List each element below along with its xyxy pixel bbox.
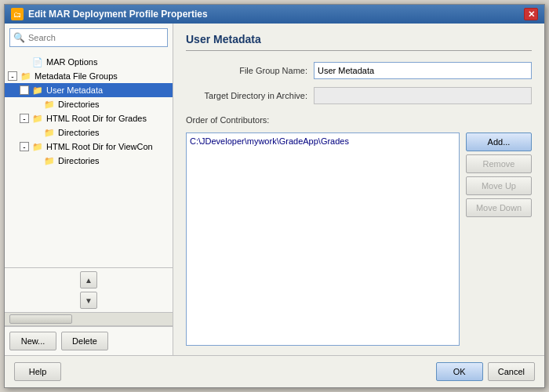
footer: Help OK Cancel [5,355,544,387]
window-title: Edit MAR Deployment Profile Properties [28,9,208,20]
scrollbar-thumb[interactable] [9,314,72,324]
tree-label-metadata: Metadata File Groups [35,71,118,81]
cancel-button[interactable]: Cancel [488,362,535,381]
tree-expand-html-root-grades[interactable]: - [20,114,29,123]
tree-container: 📄 MAR Options - 📁 Metadata File Groups -… [5,52,173,267]
main-window: 🗂 Edit MAR Deployment Profile Properties… [4,4,545,388]
target-directory-input[interactable] [314,87,532,104]
tree-item-html-root-grades[interactable]: - 📁 HTML Root Dir for Grades [5,111,173,125]
tree-label-directories-3: Directories [58,156,100,165]
scroll-buttons: ▲ ▼ [5,267,173,312]
search-box: 🔍 [9,28,168,47]
add-button[interactable]: Add... [466,132,532,151]
search-icon: 🔍 [13,32,25,43]
delete-button[interactable]: Delete [61,332,108,350]
remove-button[interactable]: Remove [466,154,532,173]
tree-icon-html-root-grades: 📁 [31,113,44,124]
tree-icon-directories-2: 📁 [43,127,56,138]
tree-item-directories-3[interactable]: 📁 Directories [5,154,173,168]
tree-bottom-buttons: New... Delete [5,326,173,355]
tree-icon-directories-3: 📁 [43,155,56,166]
contributor-entry-0: C:\JDeveloper\mywork\GradeApp\Grades [190,136,456,146]
ok-button[interactable]: OK [436,362,483,381]
help-button[interactable]: Help [14,362,61,381]
tree-expand-metadata[interactable]: - [8,71,17,81]
tree-item-directories-2[interactable]: 📁 Directories [5,125,173,140]
tree-label-directories-1: Directories [58,100,100,109]
tree-icon-mar-options: 📄 [31,56,44,67]
panel-title: User Metadata [186,33,532,51]
title-bar-left: 🗂 Edit MAR Deployment Profile Properties [11,8,208,20]
move-down-button[interactable]: Move Down [466,198,532,217]
tree-label-html-root-grades: HTML Root Dir for Grades [46,114,147,123]
right-panel: User Metadata File Group Name: Target Di… [173,24,544,355]
tree-icon-directories-1: 📁 [43,99,56,110]
scroll-up-button[interactable]: ▲ [80,271,97,289]
tree-expand-user-metadata[interactable]: - [20,85,29,95]
tree-expand-html-root-viewcon[interactable]: - [20,142,29,151]
tree-icon-html-root-viewcon: 📁 [31,141,44,152]
left-panel: 🔍 📄 MAR Options - 📁 Metadata File Groups [5,24,173,355]
move-up-button[interactable]: Move Up [466,176,532,195]
new-button[interactable]: New... [9,332,56,350]
tree-item-metadata-file-groups[interactable]: - 📁 Metadata File Groups [5,69,173,83]
tree-label-mar-options: MAR Options [46,57,97,67]
title-bar: 🗂 Edit MAR Deployment Profile Properties… [5,5,544,24]
file-group-name-input[interactable] [314,62,532,79]
contributors-list[interactable]: C:\JDeveloper\mywork\GradeApp\Grades [186,132,460,346]
tree-label-directories-2: Directories [58,128,100,137]
file-group-name-label: File Group Name: [186,66,307,75]
tree-item-html-root-viewcon[interactable]: - 📁 HTML Root Dir for ViewCon [5,140,173,154]
close-button[interactable]: ✕ [524,8,538,20]
tree-item-user-metadata[interactable]: - 📁 User Metadata [5,83,173,97]
target-directory-label: Target Directory in Archive: [186,91,307,100]
horizontal-scrollbar[interactable] [5,312,173,326]
tree-label-html-root-viewcon: HTML Root Dir for ViewCon [46,142,153,151]
tree-icon-metadata: 📁 [20,71,32,82]
window-icon: 🗂 [11,8,24,20]
tree-label-user-metadata: User Metadata [46,85,103,95]
tree-item-directories-1[interactable]: 📁 Directories [5,97,173,111]
content-area: 🔍 📄 MAR Options - 📁 Metadata File Groups [5,24,544,355]
footer-right-buttons: OK Cancel [436,362,535,381]
target-directory-row: Target Directory in Archive: [186,87,532,104]
tree-item-mar-options[interactable]: 📄 MAR Options [5,55,173,69]
contributors-buttons: Add... Remove Move Up Move Down [466,132,532,346]
order-of-contributors-label: Order of Contributors: [186,115,532,125]
file-group-name-row: File Group Name: [186,62,532,79]
contributors-area: C:\JDeveloper\mywork\GradeApp\Grades Add… [186,132,532,346]
tree-icon-user-metadata: 📁 [31,85,44,96]
search-input[interactable] [28,33,164,42]
scroll-down-button[interactable]: ▼ [80,292,97,309]
